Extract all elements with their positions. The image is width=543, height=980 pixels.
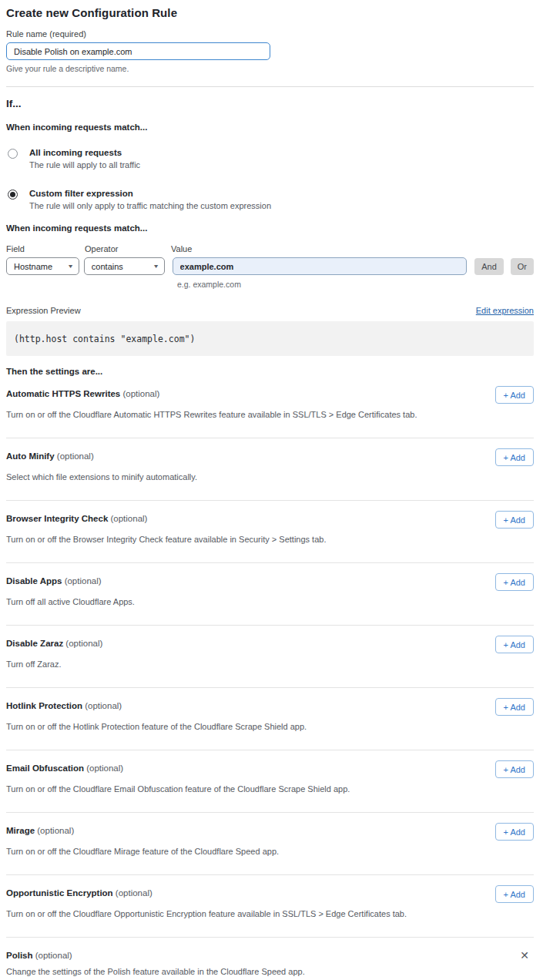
add-mirage-button[interactable]: + Add bbox=[495, 823, 534, 841]
add-email-obfuscation-button[interactable]: + Add bbox=[495, 760, 534, 778]
setting-email-obfuscation: Email Obfuscation (optional) + Add Turn … bbox=[6, 750, 534, 813]
radio-all-incoming-requests[interactable]: All incoming requests The rule will appl… bbox=[6, 148, 534, 169]
or-button[interactable]: Or bbox=[511, 258, 534, 275]
if-heading: If... bbox=[6, 98, 534, 109]
rule-name-input[interactable] bbox=[6, 42, 270, 60]
expression-builder-labels: Field Operator Value bbox=[6, 244, 534, 253]
field-select-value: Hostname bbox=[14, 262, 52, 271]
setting-description: Turn on or off the Cloudflare Mirage fea… bbox=[6, 847, 484, 856]
optional-tag: (optional) bbox=[37, 826, 74, 835]
setting-title: Hotlink Protection (optional) bbox=[6, 698, 122, 710]
value-label: Value bbox=[171, 244, 192, 253]
expression-builder-row: Hostname ▼ contains ▼ And Or bbox=[6, 257, 534, 275]
setting-description: Turn on or off the Browser Integrity Che… bbox=[6, 535, 484, 544]
radio-description: The rule will apply to all traffic bbox=[29, 160, 140, 169]
add-disable-apps-button[interactable]: + Add bbox=[495, 573, 534, 591]
expression-preview-box: (http.host contains "example.com") bbox=[6, 321, 534, 356]
setting-name: Opportunistic Encryption bbox=[6, 888, 113, 898]
operator-select-value: contains bbox=[92, 262, 123, 271]
radio-label: Custom filter expression bbox=[29, 189, 271, 198]
expression-preview-label: Expression Preview bbox=[6, 306, 81, 315]
operator-label: Operator bbox=[85, 244, 171, 253]
setting-name: Polish bbox=[6, 951, 33, 960]
expression-builder-heading: When incoming requests match... bbox=[6, 223, 534, 233]
setting-title: Email Obfuscation (optional) bbox=[6, 760, 123, 773]
setting-disable-zaraz: Disable Zaraz (optional) + Add Turn off … bbox=[6, 626, 534, 688]
chevron-down-icon: ▼ bbox=[153, 263, 159, 269]
match-type-radio-group: All incoming requests The rule will appl… bbox=[6, 148, 534, 210]
setting-title: Disable Apps (optional) bbox=[6, 573, 102, 586]
setting-description: Turn off all active Cloudflare Apps. bbox=[6, 597, 484, 606]
setting-description: Turn on or off the Cloudflare Opportunis… bbox=[6, 909, 484, 918]
setting-automatic-https-rewrites: Automatic HTTPS Rewrites (optional) + Ad… bbox=[6, 376, 534, 438]
setting-hotlink-protection: Hotlink Protection (optional) + Add Turn… bbox=[6, 688, 534, 750]
radio-label: All incoming requests bbox=[29, 148, 140, 157]
then-settings-heading: Then the settings are... bbox=[6, 367, 534, 376]
chevron-down-icon: ▼ bbox=[67, 263, 74, 269]
setting-title: Mirage (optional) bbox=[6, 823, 74, 835]
setting-name: Mirage bbox=[6, 826, 35, 835]
setting-name: Disable Zaraz bbox=[6, 639, 63, 648]
setting-browser-integrity-check: Browser Integrity Check (optional) + Add… bbox=[6, 501, 534, 563]
operator-select[interactable]: contains ▼ bbox=[84, 257, 165, 275]
incoming-requests-match-heading: When incoming requests match... bbox=[6, 123, 534, 132]
radio-description: The rule will only apply to traffic matc… bbox=[29, 201, 271, 210]
setting-opportunistic-encryption: Opportunistic Encryption (optional) + Ad… bbox=[6, 875, 534, 938]
optional-tag: (optional) bbox=[57, 451, 94, 461]
add-browser-integrity-check-button[interactable]: + Add bbox=[495, 511, 534, 529]
expression-preview-row: Expression Preview Edit expression bbox=[6, 306, 534, 315]
optional-tag: (optional) bbox=[86, 764, 123, 773]
setting-description: Turn on or off the Cloudflare Automatic … bbox=[6, 410, 484, 419]
setting-name: Browser Integrity Check bbox=[6, 514, 108, 523]
setting-title: Browser Integrity Check (optional) bbox=[6, 511, 147, 523]
value-input[interactable] bbox=[173, 257, 468, 275]
setting-title: Polish (optional) bbox=[6, 948, 72, 960]
and-button[interactable]: And bbox=[474, 258, 504, 275]
field-select[interactable]: Hostname ▼ bbox=[6, 257, 79, 275]
setting-mirage: Mirage (optional) + Add Turn on or off t… bbox=[6, 813, 534, 875]
page-title: Create new Configuration Rule bbox=[6, 6, 534, 19]
radio-custom-filter-expression[interactable]: Custom filter expression The rule will o… bbox=[6, 189, 534, 210]
rule-name-helper: Give your rule a descriptive name. bbox=[6, 64, 534, 73]
field-label: Field bbox=[6, 244, 85, 253]
setting-title: Auto Minify (optional) bbox=[6, 448, 94, 461]
setting-description: Change the settings of the Polish featur… bbox=[6, 967, 484, 976]
setting-description: Turn on or off the Hotlink Protection fe… bbox=[6, 722, 484, 731]
expression-code: (http.host contains "example.com") bbox=[14, 334, 195, 344]
optional-tag: (optional) bbox=[35, 951, 72, 960]
optional-tag: (optional) bbox=[111, 514, 148, 523]
setting-description: Turn on or off the Cloudflare Email Obfu… bbox=[6, 784, 484, 794]
setting-name: Automatic HTTPS Rewrites bbox=[6, 389, 120, 398]
add-disable-zaraz-button[interactable]: + Add bbox=[495, 636, 534, 653]
setting-description: Select which file extensions to minify a… bbox=[6, 472, 484, 482]
add-auto-minify-button[interactable]: + Add bbox=[495, 448, 534, 466]
add-opportunistic-encryption-button[interactable]: + Add bbox=[495, 885, 534, 903]
optional-tag: (optional) bbox=[65, 639, 102, 648]
edit-expression-link[interactable]: Edit expression bbox=[476, 306, 534, 315]
optional-tag: (optional) bbox=[116, 888, 153, 898]
setting-title: Automatic HTTPS Rewrites (optional) bbox=[6, 386, 159, 398]
radio-unselected-icon[interactable] bbox=[8, 149, 18, 159]
close-icon[interactable]: ✕ bbox=[520, 948, 534, 961]
radio-selected-icon[interactable] bbox=[8, 190, 18, 200]
setting-name: Hotlink Protection bbox=[6, 701, 82, 710]
setting-title: Opportunistic Encryption (optional) bbox=[6, 885, 153, 898]
setting-polish: Polish (optional) ✕ Change the settings … bbox=[6, 938, 534, 980]
section-divider bbox=[6, 86, 534, 87]
value-helper: e.g. example.com bbox=[177, 280, 534, 289]
setting-title: Disable Zaraz (optional) bbox=[6, 636, 102, 648]
create-configuration-rule-form: Create new Configuration Rule Rule name … bbox=[0, 0, 543, 980]
rule-name-label: Rule name (required) bbox=[6, 29, 534, 39]
setting-auto-minify: Auto Minify (optional) + Add Select whic… bbox=[6, 438, 534, 501]
setting-name: Email Obfuscation bbox=[6, 764, 84, 773]
setting-disable-apps: Disable Apps (optional) + Add Turn off a… bbox=[6, 563, 534, 626]
optional-tag: (optional) bbox=[85, 701, 122, 710]
setting-description: Turn off Zaraz. bbox=[6, 659, 484, 669]
setting-name: Auto Minify bbox=[6, 451, 55, 461]
optional-tag: (optional) bbox=[65, 576, 102, 586]
add-hotlink-protection-button[interactable]: + Add bbox=[495, 698, 534, 716]
optional-tag: (optional) bbox=[122, 389, 159, 398]
setting-name: Disable Apps bbox=[6, 576, 62, 586]
add-automatic-https-rewrites-button[interactable]: + Add bbox=[495, 386, 534, 404]
